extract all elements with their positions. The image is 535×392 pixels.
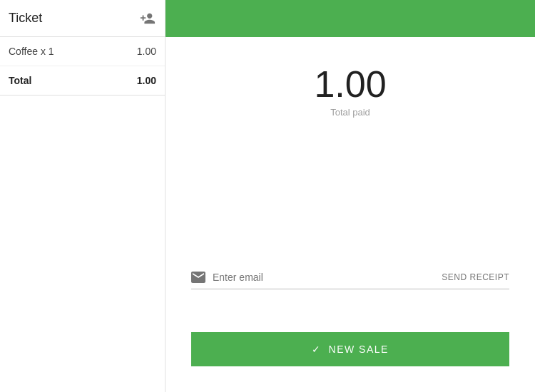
left-panel: Ticket Coffee x 1 1.00 Total 1.00 — [0, 0, 165, 392]
ticket-total-label: Total — [9, 75, 31, 86]
ticket-item-name: Coffee x 1 — [9, 46, 54, 57]
ticket-items-list: Coffee x 1 1.00 Total 1.00 — [0, 37, 165, 392]
email-input[interactable] — [213, 272, 442, 283]
email-section: SEND RECEIPT — [191, 272, 509, 289]
ticket-item-price: 1.00 — [137, 46, 156, 57]
ticket-total-row: Total 1.00 — [0, 66, 165, 96]
new-sale-button[interactable]: ✓ NEW SALE — [191, 332, 509, 366]
email-icon — [191, 272, 205, 283]
ticket-header: Ticket — [0, 0, 165, 37]
total-paid-amount: 1.00 — [314, 66, 386, 103]
right-content: 1.00 Total paid — [165, 37, 535, 272]
new-sale-label: NEW SALE — [329, 344, 389, 355]
new-sale-check-icon: ✓ — [312, 344, 322, 355]
right-bottom: SEND RECEIPT ✓ NEW SALE — [165, 272, 535, 392]
add-person-button[interactable] — [139, 10, 156, 27]
send-receipt-button[interactable]: SEND RECEIPT — [442, 272, 509, 282]
ticket-title: Ticket — [9, 11, 42, 26]
right-panel: 1.00 Total paid SEND RECEIPT ✓ NEW SALE — [165, 0, 535, 392]
ticket-total-value: 1.00 — [137, 75, 156, 86]
right-header-bar — [165, 0, 535, 37]
ticket-item-row: Coffee x 1 1.00 — [0, 37, 165, 66]
total-paid-label: Total paid — [330, 107, 370, 118]
